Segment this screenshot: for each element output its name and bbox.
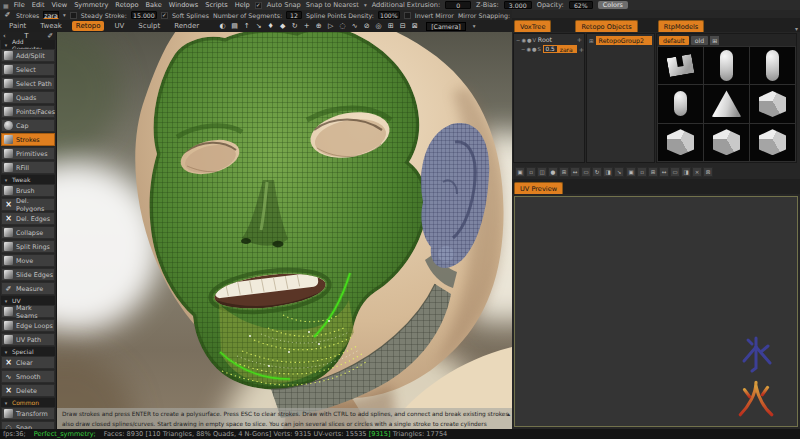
workspace-tab[interactable]: Paint xyxy=(5,21,30,31)
tool-button[interactable]: Add/Split xyxy=(1,49,55,62)
viewport-toolbar-icon[interactable]: ⊠ xyxy=(410,22,419,30)
uv-preview-area[interactable] xyxy=(514,196,798,427)
workspace-tab[interactable]: Tweak xyxy=(36,21,66,31)
viewport-toolbar-icon[interactable]: ⊟ xyxy=(398,22,407,30)
rtp-model-thumbnail[interactable] xyxy=(658,85,703,122)
tool-button[interactable]: Collapse xyxy=(1,226,55,239)
colors-button[interactable]: Colors xyxy=(598,1,628,9)
voxtree-root-add-icon[interactable]: + xyxy=(577,36,582,43)
retopo-toolbar-icon[interactable]: ⊠ xyxy=(703,167,713,177)
workspace-tab[interactable]: Retopo xyxy=(72,21,105,31)
stroke-preset-caret-icon[interactable]: ▾ xyxy=(63,12,66,18)
viewport-toolbar-icon[interactable]: ↘ xyxy=(254,22,263,30)
menu-item[interactable]: Retopo xyxy=(115,1,138,9)
tool-button[interactable]: × Del. Polygons xyxy=(1,198,55,211)
menu-item[interactable]: Windows xyxy=(169,1,198,9)
tab-rtpmodels[interactable]: RtpModels xyxy=(658,20,705,32)
tool-button[interactable]: Edge Loops xyxy=(1,319,55,332)
voxtree-layer-row[interactable]: − ◉ ● S 0.5 zara + xyxy=(515,44,583,54)
snap-mode-caret-icon[interactable]: ▾ xyxy=(364,2,367,8)
workspace-tab[interactable]: UV xyxy=(110,21,128,31)
tool-button[interactable]: ✐ Measure xyxy=(1,282,55,295)
voxtree-toolbar-icon[interactable]: ▭ xyxy=(581,167,591,177)
auto-snap-checkbox[interactable]: ✓ xyxy=(255,2,262,9)
retopo-toolbar-icon[interactable]: ⊞ xyxy=(648,167,658,177)
tool-button[interactable]: Select xyxy=(1,63,55,76)
voxtree-toolbar-icon[interactable]: ▫ xyxy=(526,167,536,177)
voxtree-toolbar-icon[interactable]: ⊞ xyxy=(559,167,569,177)
snap-mode-dropdown[interactable]: Snap to Nearest xyxy=(306,1,359,9)
camera-dropdown[interactable]: [Camera] xyxy=(426,22,466,31)
viewport-toolbar-icon[interactable]: ⊘ xyxy=(362,22,371,30)
invert-mirror-checkbox[interactable] xyxy=(404,12,411,19)
viewport-toolbar-icon[interactable]: ↑ xyxy=(242,22,251,30)
tool-button[interactable]: Mark Seams xyxy=(1,305,55,318)
tool-button[interactable]: Quads xyxy=(1,91,55,104)
retopo-toolbar-icon[interactable]: ▣ xyxy=(626,167,636,177)
camera-caret-icon[interactable]: ▾ xyxy=(473,23,476,29)
voxtree-toolbar-icon[interactable]: ↘ xyxy=(614,167,624,177)
tool-button[interactable]: UV Path xyxy=(1,333,55,346)
viewport-toolbar-icon[interactable]: ♦ xyxy=(266,22,275,30)
tool-button[interactable]: Move xyxy=(1,254,55,267)
soft-splines-checkbox[interactable]: ✓ xyxy=(161,12,168,19)
tool-button[interactable]: × Clear xyxy=(1,356,55,369)
retopo-toolbar-icon[interactable]: ▭ xyxy=(670,167,680,177)
collapse-panel-icon[interactable]: ‹ xyxy=(3,32,6,40)
viewport-toolbar-icon[interactable]: ↻ xyxy=(290,22,299,30)
rtp-model-thumbnail[interactable] xyxy=(658,47,703,84)
rtp-model-thumbnail[interactable] xyxy=(704,47,749,84)
viewport-toolbar-icon[interactable]: ∿ xyxy=(350,22,359,30)
tool-button[interactable]: Brush xyxy=(1,184,55,197)
viewport-toolbar-icon[interactable]: ◎ xyxy=(374,22,383,30)
voxtree-root-row[interactable]: − ◉ ● V Root + xyxy=(515,35,583,44)
voxtree-toolbar-icon[interactable]: ◫ xyxy=(537,167,547,177)
rtp-preset-button[interactable]: old xyxy=(691,36,708,45)
menu-item[interactable]: File xyxy=(14,1,25,9)
viewport[interactable]: Draw strokes and press ENTER to create a… xyxy=(57,32,512,429)
hint-collapse-icon[interactable]: ▴ xyxy=(507,409,510,420)
voxtree-layer-add-icon[interactable]: + xyxy=(579,46,584,53)
tool-button[interactable]: Transform xyxy=(1,407,55,420)
steady-stroke-checkbox[interactable] xyxy=(70,12,77,19)
retopo-toolbar-icon[interactable]: ↔ xyxy=(659,167,669,177)
voxtree-toolbar-icon[interactable]: ↻ xyxy=(592,167,602,177)
voxtree-selected-layer[interactable]: 0.5 zara xyxy=(543,45,577,53)
rtp-model-thumbnail[interactable] xyxy=(704,124,749,161)
menu-item[interactable]: Symmetry xyxy=(74,1,108,9)
tool-button[interactable]: Select Path xyxy=(1,77,55,90)
menu-item[interactable]: Bake xyxy=(146,1,162,9)
retopo-toolbar-icon[interactable]: ◨ xyxy=(681,167,691,177)
tool-button[interactable]: Primitives xyxy=(1,147,55,160)
tool-button[interactable]: × Del. Edges xyxy=(1,212,55,225)
menu-item[interactable]: Scripts xyxy=(205,1,228,9)
rtp-model-thumbnail[interactable] xyxy=(750,85,795,122)
rtp-model-thumbnail[interactable] xyxy=(750,47,795,84)
viewport-toolbar-icon[interactable]: ◌ xyxy=(338,22,347,30)
rtp-model-thumbnail[interactable] xyxy=(658,124,703,161)
tab-uv-preview[interactable]: UV Preview xyxy=(514,182,563,194)
voxtree-toolbar-icon[interactable]: ● xyxy=(548,167,558,177)
steady-stroke-field[interactable]: 15.000 xyxy=(131,11,157,19)
tool-button[interactable]: ▾ Tweak xyxy=(1,175,55,184)
tool-button[interactable]: RFill xyxy=(1,161,55,174)
viewport-toolbar-icon[interactable]: ◐ xyxy=(218,22,227,30)
tool-button[interactable]: Slide Edges xyxy=(1,268,55,281)
stroke-preset-dropdown[interactable]: zara xyxy=(43,11,59,19)
tabstrip-caret-icon[interactable]: ▾ xyxy=(795,25,798,32)
density-field[interactable]: 100% xyxy=(378,11,400,19)
menu-item[interactable]: View xyxy=(52,1,68,9)
viewport-toolbar-icon[interactable]: ⊕ xyxy=(314,22,323,30)
segments-field[interactable]: 12 xyxy=(286,11,302,19)
voxtree-toolbar-icon[interactable]: ◨ xyxy=(603,167,613,177)
tab-voxtree[interactable]: VoxTree xyxy=(514,20,551,32)
additional-extrusion-field[interactable]: 0 xyxy=(445,1,471,9)
tool-button[interactable]: × Delete xyxy=(1,384,55,397)
menu-item[interactable]: Help xyxy=(235,1,250,9)
rtp-preset-button[interactable]: default xyxy=(659,36,689,45)
tool-button[interactable]: ▾ Add Geometry xyxy=(1,40,55,49)
retopo-toolbar-icon[interactable]: × xyxy=(692,167,702,177)
workspace-tab[interactable]: Sculpt xyxy=(134,21,164,31)
tool-button[interactable]: Split Rings xyxy=(1,240,55,253)
viewport-toolbar-icon[interactable]: ◆ xyxy=(278,22,287,30)
